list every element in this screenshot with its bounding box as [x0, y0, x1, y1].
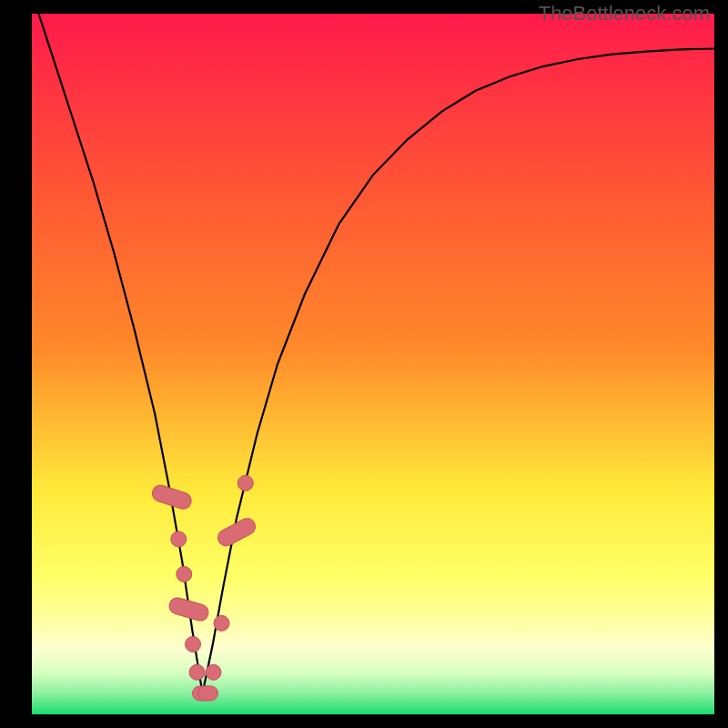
marker-9: [214, 615, 229, 631]
svg-point-9: [214, 615, 229, 631]
chart-svg: [32, 14, 714, 714]
watermark-text: TheBottleneck.com: [539, 2, 710, 25]
plot-area: [32, 14, 714, 714]
marker-11: [238, 475, 253, 490]
svg-point-2: [177, 567, 192, 582]
outer-frame: TheBottleneck.com: [0, 0, 728, 728]
svg-point-8: [206, 664, 221, 680]
marker-5: [189, 664, 205, 680]
svg-point-11: [238, 475, 253, 490]
svg-rect-7: [198, 686, 218, 701]
svg-point-1: [171, 531, 187, 547]
marker-2: [177, 567, 192, 582]
gradient-bg: [32, 14, 714, 714]
marker-1: [171, 531, 187, 547]
marker-4: [186, 637, 201, 652]
svg-point-5: [189, 664, 205, 680]
marker-7: [198, 686, 218, 701]
svg-point-4: [186, 637, 201, 652]
marker-8: [206, 664, 221, 680]
